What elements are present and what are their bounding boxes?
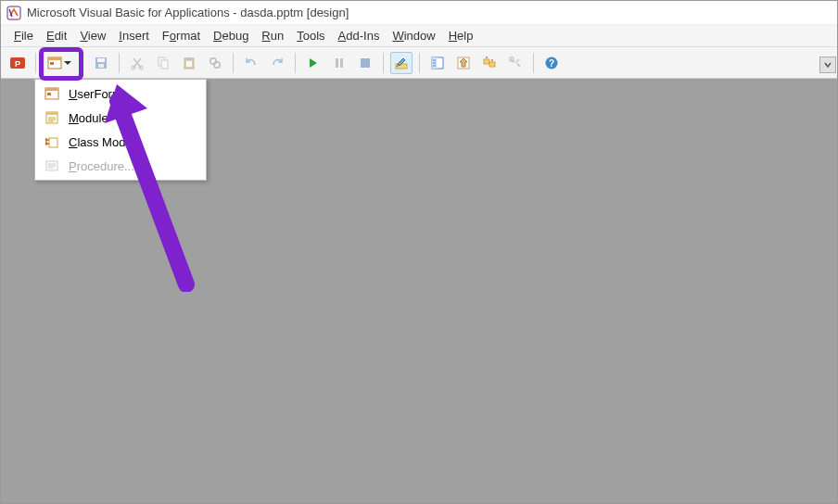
toolbar: P xyxy=(1,47,837,79)
menu-edit[interactable]: Edit xyxy=(41,27,72,44)
userform-icon xyxy=(44,86,59,101)
svg-rect-12 xyxy=(161,60,168,69)
vba-app-icon xyxy=(6,6,21,20)
insert-dropdown-menu: UserForm Module Class Module Procedure..… xyxy=(34,79,207,181)
save-button[interactable] xyxy=(90,52,112,74)
help-button[interactable]: ? xyxy=(540,52,563,74)
svg-point-17 xyxy=(214,61,220,67)
svg-rect-4 xyxy=(48,57,61,60)
view-powerpoint-button[interactable]: P xyxy=(6,52,29,74)
menu-item-label: Class Module xyxy=(69,135,142,149)
reset-button[interactable] xyxy=(354,52,376,74)
pause-icon xyxy=(333,57,346,69)
redo-button[interactable] xyxy=(266,52,288,74)
find-icon xyxy=(208,56,222,70)
menu-file[interactable]: File xyxy=(8,27,39,44)
paste-icon xyxy=(182,56,197,70)
svg-rect-7 xyxy=(97,58,105,62)
svg-rect-25 xyxy=(484,59,489,64)
cut-icon xyxy=(130,56,145,70)
properties-window-button[interactable] xyxy=(452,52,475,74)
stop-icon xyxy=(359,57,372,69)
svg-rect-19 xyxy=(340,58,343,68)
redo-icon xyxy=(270,56,285,70)
svg-point-36 xyxy=(45,139,48,142)
paste-button[interactable] xyxy=(178,52,200,74)
menu-debug[interactable]: Debug xyxy=(208,27,254,44)
toolbar-overflow-button[interactable] xyxy=(819,57,836,73)
break-button[interactable] xyxy=(328,52,350,74)
procedure-icon xyxy=(44,158,59,173)
svg-rect-31 xyxy=(45,88,58,91)
properties-icon xyxy=(456,56,471,70)
svg-rect-15 xyxy=(186,61,192,67)
menu-format[interactable]: Format xyxy=(157,27,206,44)
toolbox-button[interactable] xyxy=(504,52,527,74)
svg-rect-34 xyxy=(46,112,57,115)
object-browser-button[interactable] xyxy=(478,52,501,74)
menu-item-label: Procedure... xyxy=(69,159,134,173)
chevron-down-icon xyxy=(64,61,71,65)
undo-button[interactable] xyxy=(240,52,262,74)
svg-text:P: P xyxy=(15,59,20,69)
toolbox-icon xyxy=(508,56,523,70)
menu-help[interactable]: Help xyxy=(443,27,479,44)
menu-item-label: UserForm xyxy=(69,87,122,101)
menu-insert[interactable]: Insert xyxy=(113,27,155,44)
object-browser-icon xyxy=(482,56,497,70)
svg-rect-20 xyxy=(361,58,370,68)
menu-item-label: Module xyxy=(69,111,108,125)
insert-class-module-item[interactable]: Class Module xyxy=(35,130,206,154)
menu-view[interactable]: View xyxy=(74,27,111,44)
cut-button[interactable] xyxy=(126,52,148,74)
svg-rect-32 xyxy=(47,93,51,95)
svg-rect-35 xyxy=(49,138,57,147)
design-mode-icon xyxy=(394,56,409,70)
save-icon xyxy=(94,56,108,70)
menu-window[interactable]: Window xyxy=(387,27,440,44)
menu-addins[interactable]: Add-Ins xyxy=(333,27,386,44)
menu-tools[interactable]: Tools xyxy=(291,27,330,44)
project-explorer-button[interactable] xyxy=(426,52,449,74)
undo-icon xyxy=(244,56,259,70)
copy-button[interactable] xyxy=(152,52,174,74)
svg-rect-5 xyxy=(50,62,54,65)
class-module-icon xyxy=(44,134,59,149)
project-explorer-icon xyxy=(430,56,445,70)
svg-rect-18 xyxy=(336,58,338,68)
svg-rect-26 xyxy=(489,62,495,67)
play-icon xyxy=(307,57,320,69)
svg-rect-8 xyxy=(98,64,104,68)
module-icon xyxy=(44,110,59,125)
chevron-down-icon xyxy=(823,60,832,69)
design-mode-button[interactable] xyxy=(390,52,413,74)
copy-icon xyxy=(156,56,171,70)
svg-point-16 xyxy=(210,57,216,63)
powerpoint-icon: P xyxy=(9,55,26,71)
svg-text:?: ? xyxy=(549,58,554,69)
insert-module-item[interactable]: Module xyxy=(35,106,206,130)
window-title: Microsoft Visual Basic for Applications … xyxy=(27,6,349,19)
menu-run[interactable]: Run xyxy=(256,27,289,44)
svg-rect-14 xyxy=(186,57,192,60)
titlebar: Microsoft Visual Basic for Applications … xyxy=(1,1,837,25)
menubar: File Edit View Insert Format Debug Run T… xyxy=(1,25,837,47)
help-icon: ? xyxy=(544,56,559,70)
insert-procedure-item: Procedure... xyxy=(35,154,206,178)
insert-dropdown-button[interactable] xyxy=(43,52,76,74)
insert-userform-icon xyxy=(47,56,62,70)
svg-point-37 xyxy=(45,143,48,145)
run-button[interactable] xyxy=(302,52,324,74)
insert-userform-item[interactable]: UserForm xyxy=(35,82,206,106)
find-button[interactable] xyxy=(204,52,226,74)
